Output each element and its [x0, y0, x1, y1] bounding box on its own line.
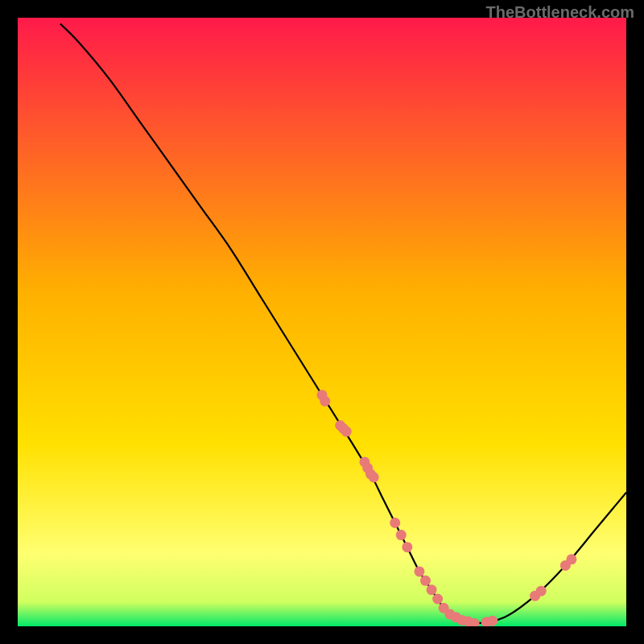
- data-point: [341, 427, 352, 437]
- data-point: [427, 584, 437, 595]
- data-point: [420, 576, 431, 586]
- watermark-text: TheBottleneck.com: [486, 3, 634, 22]
- data-point: [402, 542, 412, 552]
- data-point: [432, 593, 443, 604]
- data-point: [414, 566, 424, 576]
- data-point: [320, 396, 330, 407]
- data-point: [487, 616, 497, 626]
- chart-background: [18, 18, 626, 626]
- data-point: [369, 472, 379, 482]
- data-point: [396, 530, 407, 540]
- data-point: [536, 586, 547, 597]
- data-point: [390, 518, 400, 528]
- chart-plot-area: [18, 18, 626, 626]
- chart-svg: [18, 18, 626, 626]
- data-point: [566, 554, 576, 564]
